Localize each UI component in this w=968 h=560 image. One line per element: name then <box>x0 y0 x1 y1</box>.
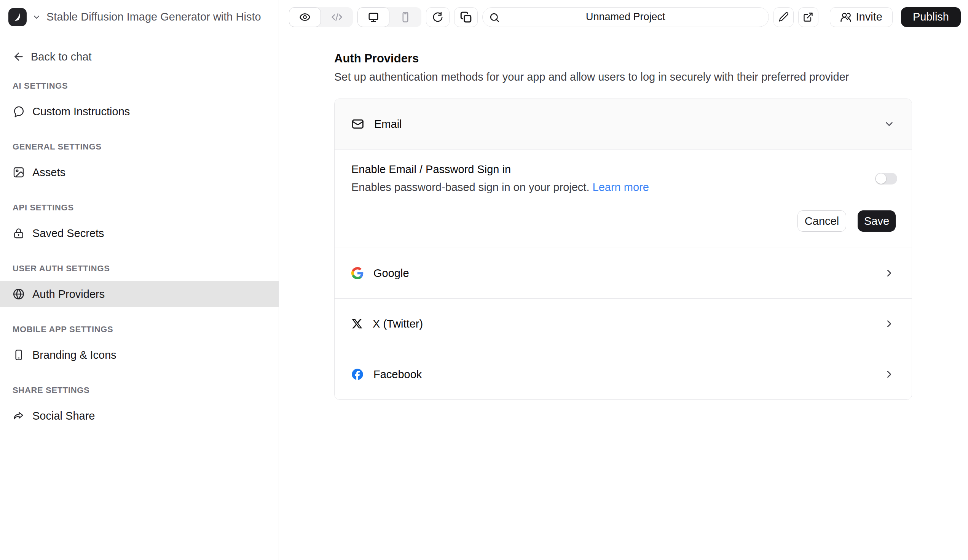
copy-button[interactable] <box>454 7 478 27</box>
invite-button[interactable]: Invite <box>830 7 893 27</box>
lock-icon <box>13 227 25 239</box>
section-label: GENERAL SETTINGS <box>13 142 278 152</box>
project-name: Unnamed Project <box>586 11 665 23</box>
app-logo[interactable] <box>8 8 27 26</box>
save-button[interactable]: Save <box>858 210 896 232</box>
section-label: AI SETTINGS <box>13 81 278 91</box>
sidebar-item-social-share[interactable]: Social Share <box>0 403 278 429</box>
cancel-button[interactable]: Cancel <box>797 210 846 232</box>
sidebar-item-custom-instructions[interactable]: Custom Instructions <box>0 99 278 124</box>
email-provider-row[interactable]: Email <box>335 99 912 149</box>
top-header: Stable Diffusion Image Generator with Hi… <box>0 0 968 34</box>
chevron-down-icon <box>883 118 895 130</box>
sidebar-item-label: Saved Secrets <box>32 227 104 240</box>
scrollbar-track[interactable] <box>966 34 966 560</box>
open-external-button[interactable] <box>798 7 819 27</box>
section-label: API SETTINGS <box>13 203 278 213</box>
x-twitter-provider-label: X (Twitter) <box>373 318 423 330</box>
email-password-toggle[interactable] <box>875 173 897 185</box>
auth-providers-card: Email Enable Email / Password Sign in En… <box>334 99 912 400</box>
section-general-settings: GENERAL SETTINGS Assets <box>0 142 278 185</box>
code-view-button[interactable] <box>321 7 353 27</box>
desktop-view-button[interactable] <box>358 7 390 27</box>
sidebar-item-label: Assets <box>32 166 65 179</box>
section-mobile-app-settings: MOBILE APP SETTINGS Branding & Icons <box>0 324 278 368</box>
learn-more-link[interactable]: Learn more <box>593 181 649 193</box>
google-icon <box>351 267 363 279</box>
app-window: Stable Diffusion Image Generator with Hi… <box>0 0 968 560</box>
image-icon <box>13 166 25 178</box>
google-provider-label: Google <box>373 267 409 280</box>
facebook-icon <box>351 368 363 380</box>
chat-bubble-icon <box>13 106 25 117</box>
users-icon <box>840 12 852 23</box>
monitor-icon <box>368 12 379 23</box>
sidebar-item-assets[interactable]: Assets <box>0 159 278 185</box>
facebook-provider-row[interactable]: Facebook <box>335 349 912 400</box>
x-twitter-provider-row[interactable]: X (Twitter) <box>335 299 912 349</box>
arrow-left-icon <box>13 51 25 63</box>
back-to-chat-link[interactable]: Back to chat <box>13 50 92 64</box>
project-search-field[interactable]: Unnamed Project <box>482 7 769 27</box>
header-toolbar: Unnamed Project Invite Publish <box>279 0 968 34</box>
publish-label: Publish <box>913 11 949 23</box>
device-toggle <box>358 7 421 27</box>
app-logo-icon <box>11 11 24 23</box>
section-label: USER AUTH SETTINGS <box>13 264 278 274</box>
app-title: Stable Diffusion Image Generator with Hi… <box>46 11 261 23</box>
header-left: Stable Diffusion Image Generator with Hi… <box>0 0 279 34</box>
copy-icon <box>459 11 472 23</box>
sidebar-item-label: Branding & Icons <box>32 349 116 362</box>
page-title: Auth Providers <box>334 52 968 65</box>
enable-email-title: Enable Email / Password Sign in <box>351 163 860 176</box>
search-icon <box>489 12 500 23</box>
globe-icon <box>13 288 25 300</box>
page-subtitle: Set up authentication methods for your a… <box>334 71 968 83</box>
chevron-right-icon <box>883 368 895 380</box>
external-link-icon <box>803 12 814 22</box>
invite-label: Invite <box>856 11 882 23</box>
email-provider-label: Email <box>374 118 402 131</box>
eye-icon <box>299 12 311 23</box>
section-api-settings: API SETTINGS Saved Secrets <box>0 203 278 246</box>
mobile-icon <box>13 349 25 361</box>
publish-button[interactable]: Publish <box>901 7 961 27</box>
sidebar-item-label: Auth Providers <box>32 288 105 301</box>
sidebar-item-branding-icons[interactable]: Branding & Icons <box>0 342 278 368</box>
section-label: MOBILE APP SETTINGS <box>13 324 278 334</box>
settings-sidebar: Back to chat AI SETTINGS Custom Instruct… <box>0 34 279 560</box>
refresh-icon <box>432 12 443 23</box>
chevron-right-icon <box>883 318 895 329</box>
section-share-settings: SHARE SETTINGS Social Share <box>0 385 278 429</box>
sidebar-item-label: Social Share <box>32 410 95 422</box>
mobile-view-button[interactable] <box>390 7 421 27</box>
view-mode-toggle <box>289 7 353 27</box>
email-settings-panel: Enable Email / Password Sign in Enables … <box>335 150 912 248</box>
enable-email-description: Enables password-based sign in on your p… <box>351 181 860 194</box>
envelope-icon <box>351 117 364 131</box>
sidebar-item-auth-providers[interactable]: Auth Providers <box>0 281 278 307</box>
smartphone-icon <box>400 12 411 23</box>
section-user-auth-settings: USER AUTH SETTINGS Auth Providers <box>0 264 278 307</box>
rename-button[interactable] <box>774 7 794 27</box>
section-label: SHARE SETTINGS <box>13 385 278 395</box>
project-menu-chevron-down-icon[interactable] <box>32 13 41 21</box>
chevron-right-icon <box>883 268 895 279</box>
share-icon <box>13 410 25 422</box>
facebook-provider-label: Facebook <box>373 368 422 381</box>
auth-providers-panel: Auth Providers Set up authentication met… <box>279 34 968 560</box>
preview-eye-button[interactable] <box>289 7 321 27</box>
sidebar-item-label: Custom Instructions <box>32 106 130 118</box>
pencil-icon <box>778 12 789 22</box>
toggle-knob <box>876 173 886 184</box>
section-ai-settings: AI SETTINGS Custom Instructions <box>0 81 278 124</box>
back-to-chat-label: Back to chat <box>31 51 92 63</box>
code-icon <box>331 12 343 23</box>
sidebar-item-saved-secrets[interactable]: Saved Secrets <box>0 220 278 246</box>
refresh-button[interactable] <box>426 7 449 27</box>
x-twitter-icon <box>351 318 363 329</box>
google-provider-row[interactable]: Google <box>335 248 912 298</box>
